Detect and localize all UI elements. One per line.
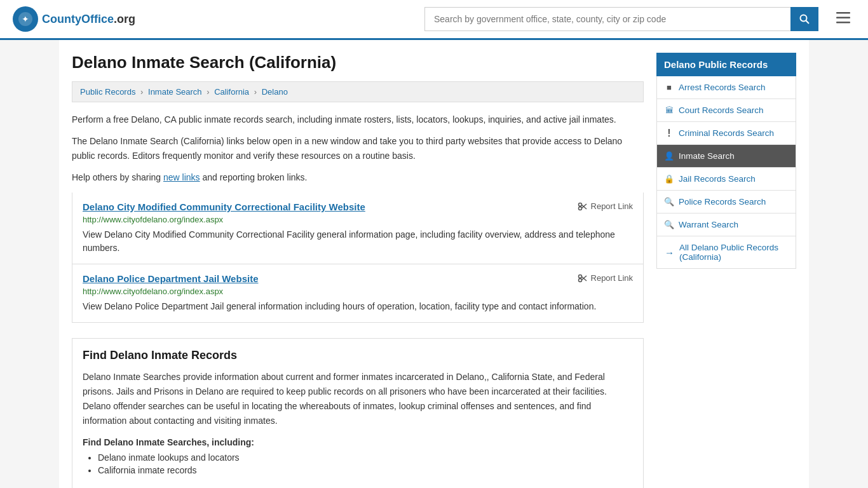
search-button[interactable] [790,7,818,31]
sidebar-item-arrest-records: ■ Arrest Records Search [657,76,796,99]
report-link-label-1: Report Link [591,201,633,211]
find-records-description: Delano Inmate Searches provide informati… [83,370,633,428]
sidebar-link-warrant-search[interactable]: 🔍 Warrant Search [657,214,796,236]
find-records-title: Find Delano Inmate Records [83,349,633,362]
report-link-label-2: Report Link [591,273,633,283]
sidebar-label-all-records: All Delano Public Records (California) [679,243,788,262]
link-card-2-header: Delano Police Department Jail Website Re… [83,273,633,284]
description-1: Perform a free Delano, CA public inmate … [72,112,644,126]
breadcrumb: Public Records › Inmate Search › Califor… [72,81,644,102]
jail-records-icon: 🔒 [665,175,674,184]
desc3-prefix: Help others by sharing [72,172,163,182]
sidebar-link-arrest-records[interactable]: ■ Arrest Records Search [657,76,796,98]
sidebar-label-jail-records: Jail Records Search [679,174,756,184]
scissors-icon-2 [578,273,588,283]
arrest-records-icon: ■ [665,83,674,92]
svg-rect-4 [836,12,850,14]
inmate-search-icon: 👤 [665,152,674,161]
sidebar-item-jail-records: 🔒 Jail Records Search [657,168,796,191]
link-card-1-header: Delano City Modified Community Correctio… [83,201,633,212]
search-icon [799,14,810,24]
breadcrumb-sep-3: › [254,87,257,97]
sidebar-link-all-records[interactable]: → All Delano Public Records (California) [657,236,796,268]
sidebar-title: Delano Public Records [656,53,796,76]
sidebar-label-arrest-records: Arrest Records Search [679,83,766,92]
link-card-1-title[interactable]: Delano City Modified Community Correctio… [83,201,365,212]
find-records-subheading: Find Delano Inmate Searches, including: [83,437,633,447]
sidebar-item-criminal-records: ! Criminal Records Search [657,122,796,145]
list-item-2: California inmate records [98,465,633,475]
svg-point-7 [578,203,581,206]
sidebar-label-court-records: Court Records Search [679,105,764,115]
main-container: Delano Inmate Search (California) Public… [59,40,809,488]
breadcrumb-delano[interactable]: Delano [262,87,288,97]
search-input[interactable] [424,7,790,31]
link-card-1-url[interactable]: http://www.cityofdelano.org/index.aspx [83,215,633,224]
sidebar-item-inmate-search: 👤 Inmate Search [657,145,796,168]
svg-point-11 [578,274,581,278]
link-card-1-desc: View Delano City Modified Community Corr… [83,228,633,255]
link-card-2-url[interactable]: http://www.cityofdelano.org/index.aspx [83,287,633,296]
sidebar-link-jail-records[interactable]: 🔒 Jail Records Search [657,168,796,190]
sidebar-label-criminal-records: Criminal Records Search [679,128,774,138]
sidebar-list: ■ Arrest Records Search 🏛 Court Records … [656,76,796,269]
svg-text:✦: ✦ [22,14,29,24]
all-records-arrow-icon: → [665,247,674,258]
sidebar-item-court-records: 🏛 Court Records Search [657,99,796,122]
link-card-2-desc: View Delano Police Department Jail gener… [83,300,633,313]
sidebar-item-all-records: → All Delano Public Records (California) [657,236,796,268]
sidebar-item-warrant-search: 🔍 Warrant Search [657,214,796,236]
svg-point-8 [578,207,581,210]
sidebar-item-police-records: 🔍 Police Records Search [657,191,796,214]
warrant-search-icon: 🔍 [665,220,674,229]
menu-button[interactable] [831,8,855,30]
description-2: The Delano Inmate Search (California) li… [72,134,644,163]
new-links[interactable]: new links [163,172,200,182]
link-card-2-title[interactable]: Delano Police Department Jail Website [83,273,258,284]
sidebar-link-inmate-search[interactable]: 👤 Inmate Search [657,145,796,167]
sidebar: Delano Public Records ■ Arrest Records S… [656,53,796,488]
report-link-button-2[interactable]: Report Link [578,273,633,283]
site-header: ✦ CountyOffice.org [0,0,868,40]
logo-icon: ✦ [13,6,38,32]
breadcrumb-public-records[interactable]: Public Records [80,87,135,97]
sidebar-label-police-records: Police Records Search [679,197,766,207]
hamburger-icon [836,12,850,24]
police-records-icon: 🔍 [665,198,674,207]
content-area: Delano Inmate Search (California) Public… [72,53,644,488]
list-item-1: Delano inmate lookups and locators [98,452,633,463]
scissors-icon-1 [578,201,588,212]
logo[interactable]: ✦ CountyOffice.org [13,6,135,32]
link-card-2: Delano Police Department Jail Website Re… [72,264,644,323]
svg-rect-5 [836,17,850,19]
logo-text: CountyOffice.org [42,13,135,26]
sidebar-link-court-records[interactable]: 🏛 Court Records Search [657,99,796,121]
sidebar-link-criminal-records[interactable]: ! Criminal Records Search [657,122,796,144]
court-records-icon: 🏛 [665,106,674,115]
report-link-button-1[interactable]: Report Link [578,201,633,212]
find-records-list: Delano inmate lookups and locators Calif… [83,452,633,475]
sidebar-label-inmate-search: Inmate Search [679,151,735,161]
breadcrumb-inmate-search[interactable]: Inmate Search [148,87,202,97]
search-bar [424,7,818,31]
page-title: Delano Inmate Search (California) [72,53,644,72]
svg-point-12 [578,278,581,281]
svg-line-3 [806,21,810,24]
sidebar-label-warrant-search: Warrant Search [679,220,738,229]
sidebar-link-police-records[interactable]: 🔍 Police Records Search [657,191,796,213]
criminal-records-icon: ! [665,129,674,138]
find-records-section: Find Delano Inmate Records Delano Inmate… [72,338,644,488]
breadcrumb-sep-1: › [140,87,143,97]
desc3-suffix: and reporting broken links. [200,172,308,182]
breadcrumb-california[interactable]: California [214,87,249,97]
link-card-1: Delano City Modified Community Correctio… [72,193,644,264]
svg-rect-6 [836,22,850,24]
description-3: Help others by sharing new links and rep… [72,170,644,184]
breadcrumb-sep-2: › [207,87,209,97]
svg-point-2 [801,15,807,22]
